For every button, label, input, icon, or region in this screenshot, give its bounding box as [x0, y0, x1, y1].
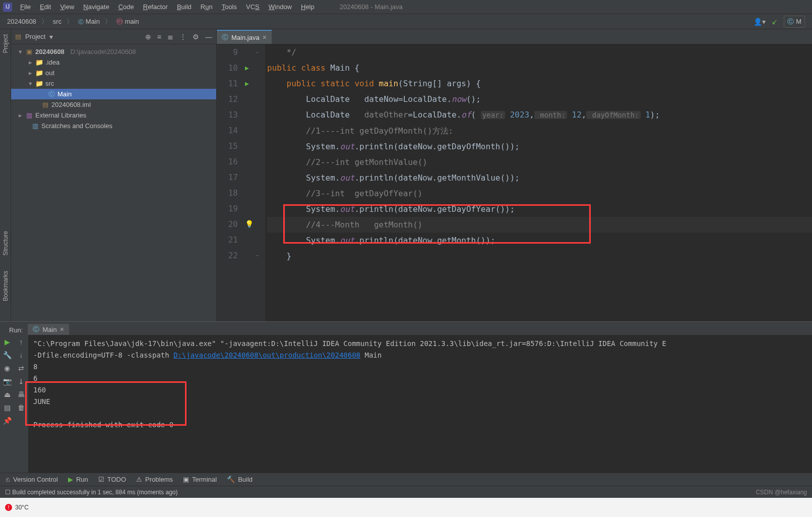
divider-icon: ⋮ — [179, 33, 186, 41]
left-tool-stripe: Project Structure Bookmarks — [0, 29, 11, 321]
tree-external-libraries[interactable]: ▸ ▥ External Libraries — [11, 110, 216, 121]
tree-folder-src[interactable]: ▾ 📁 src — [11, 78, 216, 89]
menu-help[interactable]: Help — [297, 2, 319, 12]
console-line: "C:\Program Files\Java\jdk-17\bin\java.e… — [33, 338, 807, 350]
folder-icon: 📁 — [35, 69, 43, 77]
scroll-icon[interactable]: ⤓ — [18, 377, 24, 385]
tree-scratches[interactable]: ▥ Scratches and Consoles — [11, 121, 216, 131]
tool-todo[interactable]: ☑TODO — [98, 476, 126, 483]
close-icon[interactable]: × — [60, 325, 64, 333]
up-arrow-icon[interactable]: ↑ — [20, 338, 23, 346]
menu-code[interactable]: Code — [114, 2, 138, 12]
tree-folder-out[interactable]: ▸ 📁 out — [11, 68, 216, 78]
wrench-icon[interactable]: 🔧 — [3, 351, 12, 359]
chevron-right-icon[interactable]: ▸ — [27, 69, 33, 77]
todo-icon: ☑ — [98, 476, 104, 483]
pin-icon[interactable]: 📌 — [3, 417, 12, 425]
chevron-down-icon[interactable]: ▾ — [17, 48, 23, 55]
scratches-icon: ▥ — [31, 122, 39, 130]
class-icon: Ⓒ — [33, 325, 39, 334]
sidebar-tab-project[interactable]: Project — [2, 34, 9, 53]
chevron-right-icon[interactable]: ▸ — [17, 111, 23, 119]
menu-tools[interactable]: Tools — [218, 2, 241, 12]
status-bar: ☐ Build completed successfully in 1 sec,… — [0, 486, 812, 498]
menu-edit[interactable]: Edit — [36, 2, 55, 12]
wrap-icon[interactable]: ⇄ — [18, 364, 24, 372]
weather-widget[interactable]: 30°C — [15, 504, 29, 511]
alert-badge-icon[interactable]: ! — [5, 504, 12, 511]
console-line: 160 — [33, 384, 807, 396]
console-line: Process finished with exit code 0 — [33, 419, 807, 431]
editor-tab-main[interactable]: Ⓒ Main.java × — [217, 30, 272, 44]
tool-problems[interactable]: ⚠Problems — [136, 476, 173, 483]
dot-icon[interactable]: ◉ — [4, 364, 10, 372]
tree-file-main[interactable]: Ⓒ Main — [11, 89, 216, 99]
run-tool-window: Run: Ⓒ Main × ▶ 🔧 ◉ 📷 ⏏ ▤ 📌 ↑ ↓ ⇄ ⤓ — [0, 321, 812, 473]
app-logo-icon: IJ — [3, 3, 12, 12]
expand-all-icon[interactable]: ≡ — [157, 33, 161, 41]
class-icon: Ⓒ — [222, 33, 228, 42]
layout-icon[interactable]: ▤ — [4, 404, 11, 412]
run-label: Run: — [4, 325, 28, 335]
menu-file[interactable]: File — [16, 2, 35, 12]
console-line: 6 — [33, 373, 807, 384]
build-icon[interactable]: ↙ — [772, 18, 778, 26]
camera-icon[interactable]: 📷 — [3, 377, 12, 385]
user-icon[interactable]: 👤▾ — [754, 18, 766, 26]
hammer-icon: 🔨 — [227, 476, 235, 483]
console-output[interactable]: "C:\Program Files\Java\jdk-17\bin\java.e… — [28, 335, 812, 473]
print-icon[interactable]: 🖶 — [18, 390, 25, 398]
folder-icon: 📁 — [35, 59, 43, 66]
locate-icon[interactable]: ⊕ — [145, 33, 151, 41]
run-tab-main[interactable]: Ⓒ Main × — [28, 324, 69, 335]
breadcrumb-method[interactable]: ⓜ main — [113, 16, 142, 27]
classpath-link[interactable]: D:\javacode\20240608\out\production\2024… — [173, 351, 360, 359]
chevron-right-icon[interactable]: ▸ — [27, 59, 33, 66]
code-editor[interactable]: */ public class Main { public static voi… — [265, 44, 812, 321]
console-line — [33, 408, 807, 419]
close-icon[interactable]: × — [263, 33, 267, 41]
status-text: Build completed successfully in 1 sec, 8… — [12, 489, 177, 496]
tree-file-iml[interactable]: ▤ 20240608.iml — [11, 99, 216, 110]
tool-run[interactable]: ▶Run — [68, 476, 88, 483]
run-config-selector[interactable]: ⒸM — [784, 16, 805, 28]
trash-icon[interactable]: 🗑 — [18, 404, 25, 412]
chevron-down-icon[interactable]: ▾ — [49, 33, 53, 41]
editor-area: Ⓒ Main.java × 91011121314151617181920212… — [217, 29, 812, 321]
main-menubar: IJ File Edit View Navigate Code Refactor… — [0, 0, 812, 14]
status-icon: ☐ — [5, 489, 11, 496]
collapse-all-icon[interactable]: ≣ — [167, 33, 173, 41]
chevron-right-icon: 〉 — [67, 17, 73, 26]
menu-navigate[interactable]: Navigate — [79, 2, 113, 12]
project-tool-window: ▤ Project ▾ ⊕ ≡ ≣ ⋮ ⚙ — ▾ ▣ 20240608 D:\… — [11, 29, 217, 321]
sidebar-tab-structure[interactable]: Structure — [2, 231, 9, 256]
down-arrow-icon[interactable]: ↓ — [20, 351, 23, 359]
exit-icon[interactable]: ⏏ — [4, 390, 11, 398]
menu-run[interactable]: Run — [197, 2, 217, 12]
tool-terminal[interactable]: ▣Terminal — [183, 476, 217, 483]
menu-view[interactable]: View — [56, 2, 78, 12]
class-icon: Ⓒ — [47, 90, 55, 99]
intention-bulb-icon[interactable]: 💡 — [245, 216, 256, 232]
menu-build[interactable]: Build — [173, 2, 196, 12]
gear-icon[interactable]: ⚙ — [193, 33, 199, 41]
sidebar-tab-bookmarks[interactable]: Bookmarks — [2, 271, 9, 301]
breadcrumb-src[interactable]: src — [50, 17, 65, 26]
play-icon: ▶ — [68, 476, 73, 483]
breadcrumb-class[interactable]: Ⓒ Main — [75, 17, 103, 27]
breadcrumb-project[interactable]: 20240608 — [4, 17, 39, 26]
navigation-bar: 20240608 〉 src 〉 Ⓒ Main 〉 ⓜ main 👤▾ ↙ ⒸM — [0, 14, 812, 29]
run-method-icon[interactable]: ▶ — [245, 76, 256, 91]
tool-build[interactable]: 🔨Build — [227, 476, 253, 483]
rerun-icon[interactable]: ▶ — [5, 338, 10, 346]
tree-project-root[interactable]: ▾ ▣ 20240608 D:\javacode\20240608 — [11, 46, 216, 57]
menu-vcs[interactable]: VCS — [242, 2, 264, 12]
tool-version-control[interactable]: ⎌Version Control — [6, 476, 58, 483]
menu-window[interactable]: Window — [265, 2, 296, 12]
menu-refactor[interactable]: Refactor — [139, 2, 172, 12]
tree-folder-idea[interactable]: ▸ 📁 .idea — [11, 57, 216, 68]
chevron-down-icon[interactable]: ▾ — [27, 80, 33, 87]
run-class-icon[interactable]: ▶ — [245, 60, 256, 76]
chevron-right-icon: 〉 — [41, 17, 48, 26]
minimize-icon[interactable]: — — [205, 33, 212, 41]
